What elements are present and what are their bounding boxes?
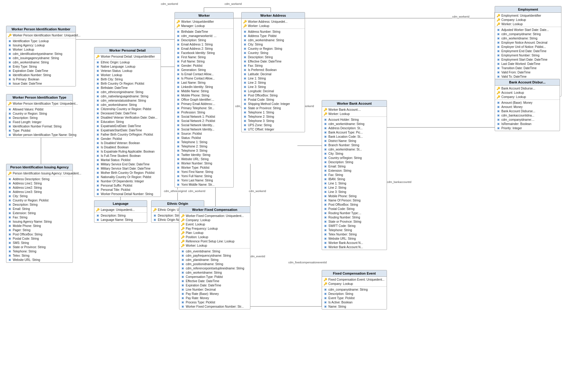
field-icon: ▣ <box>176 110 180 114</box>
field-icon: ▣ <box>496 32 500 36</box>
entity-body-fixed_compensation_event: 🔑Fixed Compensation Event: Uniquedent...… <box>322 277 387 309</box>
field-icon: ▣ <box>176 178 180 182</box>
key-field-label: Worker: Lookup <box>501 22 523 26</box>
field-icon: ▣ <box>8 69 12 73</box>
entity-field-row: ▣Line 1: String <box>242 76 305 80</box>
key-field-label: Worker: Lookup <box>248 24 269 28</box>
field-label: Generation: String <box>181 68 206 72</box>
entity-field-row: ▣Amount: Money <box>495 105 560 109</box>
entity-body-worker_personal_detail: 🔑Worker Personal Detail: UniqueIdentifie… <box>94 54 161 197</box>
entity-key-row: 🔑Worker Person Identification Number: Un… <box>6 33 76 37</box>
entity-field-row: ▣Middle Name: String <box>175 89 233 93</box>
key-field-label: Employment: UniqueIdentifier <box>501 14 541 17</box>
field-icon: ▣ <box>153 214 157 217</box>
field-icon: ▣ <box>96 184 100 187</box>
connector-label-9: cdm_workerId <box>188 190 205 193</box>
entity-field-row: ▣Citizenship Country or Region: Piddst <box>94 107 161 111</box>
entity-field-row: ▣Country: String <box>242 51 305 55</box>
field-label: Fax: String <box>328 173 343 177</box>
field-icon: ▣ <box>243 64 247 67</box>
field-label: Description: String <box>248 56 273 59</box>
entity-field-row: ▣Description: String <box>6 116 73 120</box>
field-label: Fax: String <box>248 64 263 67</box>
field-label: Telephone 2: String <box>248 115 274 118</box>
field-icon: ▣ <box>496 113 500 117</box>
entity-field-row: ▣cdm_bankaccountidna... <box>495 113 560 117</box>
entity-field-row: ▣cdm_workeridname: String <box>6 60 76 64</box>
field-icon: ▣ <box>176 106 180 110</box>
field-label: Priority: Integer <box>501 127 522 130</box>
entity-title-ethnic_origin: Ethnic Origin <box>151 201 204 207</box>
field-icon: ▣ <box>96 82 100 85</box>
key-field-label: Position: Lookup <box>186 235 208 239</box>
entity-field-row: ▣Description: String <box>322 292 387 296</box>
entity-field-row: ▣Employer Unit of Notice: Piddst... <box>495 45 561 49</box>
field-label: Yomi Full Name: String <box>181 174 212 178</box>
field-label: Last Date Worked: DateTime <box>501 62 540 66</box>
field-label: Postal Code: String <box>13 237 39 240</box>
field-label: cdm_nativelanguageidname: String <box>101 95 148 98</box>
field-icon: ▣ <box>8 73 12 77</box>
field-label: Email: String <box>13 207 30 211</box>
field-label: IBAN: String <box>328 177 345 181</box>
entity-field-row: ▣Marital Status: Picklist <box>94 158 161 162</box>
key-field-label: Event: Lookup <box>186 223 205 226</box>
field-icon: ▣ <box>8 228 12 232</box>
key-field-label: Account: Lookup <box>501 91 524 94</box>
field-icon: ▣ <box>8 198 12 202</box>
entity-field-row: ▣Expiration Date: DateTime <box>179 283 250 287</box>
key-icon: 🔑 <box>181 227 185 230</box>
field-icon: ▣ <box>243 119 247 123</box>
field-label: Description: String <box>13 203 38 206</box>
field-label: Postal Code: String <box>328 207 354 211</box>
field-icon: ▣ <box>96 60 100 64</box>
field-label: District Name: String <box>328 139 356 143</box>
field-icon: ▣ <box>8 65 12 68</box>
entity-field-row: ▣cdm_workeridname: String <box>179 270 250 275</box>
field-icon: ▣ <box>96 107 100 111</box>
entity-field-row: ▣Social Network 2: Picklist <box>175 119 233 123</box>
connector-label-10: cdm_workerId <box>249 190 266 193</box>
entity-field-row: ▣City: String <box>242 42 305 46</box>
field-icon: ▣ <box>323 130 327 134</box>
field-label: Longitude: Decimal <box>248 90 274 93</box>
field-label: Country orRegion: String <box>328 156 362 160</box>
key-icon: 🔑 <box>181 231 185 235</box>
field-icon: ▣ <box>323 139 327 143</box>
field-icon: ▣ <box>8 116 12 120</box>
field-label: cdm_workeridname: String <box>101 103 137 106</box>
field-label: Employment Start Date: DateTime <box>501 58 547 61</box>
field-icon: ▣ <box>323 288 327 291</box>
field-icon: ▣ <box>176 132 180 135</box>
entity-key-row: 🔑Event: Lookup <box>179 222 250 226</box>
key-icon: 🔑 <box>96 208 100 211</box>
field-icon: ▣ <box>8 211 12 215</box>
entity-body-worker: 🔑Worker: UniqueIdentifier🔑Manager: Looku… <box>175 19 233 187</box>
key-field-label: Language: Uniquedenti... <box>101 208 135 211</box>
entity-worker_person_id_number: Worker Person Identification Number🔑Work… <box>6 26 76 86</box>
entity-field-row: ▣Birthdate: DateTime <box>94 86 161 90</box>
field-label: Birth City: String <box>101 78 123 81</box>
field-icon: ▣ <box>323 126 327 130</box>
entity-field-row: ▣IsRemainder: Boolean <box>495 122 560 126</box>
entity-title-employment: Employment <box>495 6 561 13</box>
field-label: Primary Email Address:... <box>181 102 215 106</box>
field-label: cdm_identificationtypeidname: String <box>13 52 62 56</box>
field-label: Line Number: Decimal <box>186 288 216 291</box>
field-label: cdm_veteranstatusidname: String <box>101 99 146 102</box>
entity-title-bank_account_disbursement: Bank Account Disbur... <box>495 79 560 86</box>
field-label: Line 2: String <box>248 81 266 84</box>
entity-field-row: ▣Type: Picklist <box>6 128 73 133</box>
field-label: Birthdate: DateTime <box>101 86 128 90</box>
key-icon: 🔑 <box>8 33 12 37</box>
entity-language: Language🔑Language: Uniquedenti...▣Descri… <box>94 200 147 223</box>
entity-field-row: ▣Line 2: String <box>242 80 305 85</box>
field-label: Twitter Identity: String <box>181 153 210 157</box>
entity-field-row: ▣Address Description: String <box>6 177 73 181</box>
field-icon: ▣ <box>96 145 100 149</box>
connector-label-13: cdm_fixedcompensationeventId <box>288 261 327 264</box>
entity-field-row: ▣Name Of Person: String <box>322 198 387 202</box>
entity-field-row: ▣Website URL: String <box>322 236 387 241</box>
entity-field-row: ▣Telephone 3: String <box>242 119 305 123</box>
field-label: Worker Fixed Compensation Number: Str... <box>186 305 244 308</box>
